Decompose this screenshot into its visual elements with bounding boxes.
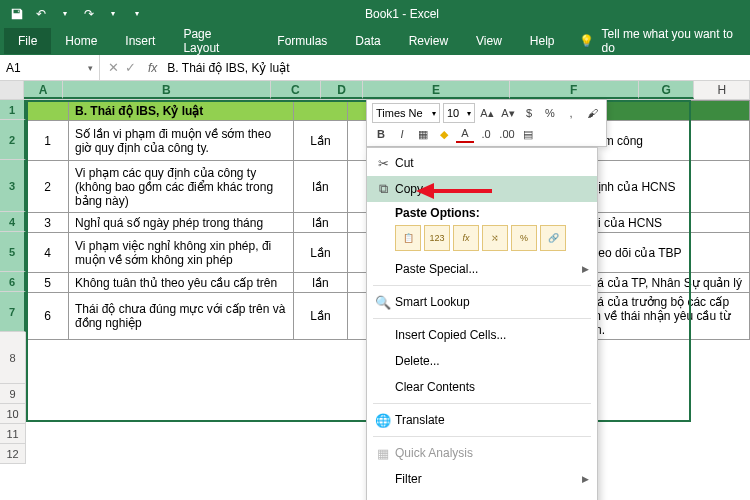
col-header-a[interactable]: A bbox=[24, 81, 63, 99]
cell-unit[interactable]: lần bbox=[294, 213, 348, 233]
increase-decimal-icon[interactable]: .00 bbox=[498, 125, 516, 143]
cell-unit[interactable]: lần bbox=[294, 161, 348, 213]
col-header-e[interactable]: E bbox=[363, 81, 509, 99]
bulb-icon: 💡 bbox=[579, 34, 594, 48]
cell-num[interactable]: 2 bbox=[27, 161, 69, 213]
redo-dropdown-icon[interactable]: ▾ bbox=[104, 5, 122, 23]
tab-home[interactable]: Home bbox=[51, 28, 111, 54]
cell-desc[interactable]: Vi phạm việc nghỉ không xin phép, đi muộ… bbox=[69, 233, 294, 273]
search-icon: 🔍 bbox=[371, 295, 395, 310]
select-all-corner[interactable] bbox=[0, 81, 24, 99]
row-header-4[interactable]: 4 bbox=[0, 212, 26, 232]
menu-translate[interactable]: 🌐 Translate bbox=[367, 407, 597, 433]
formula-input[interactable]: B. Thái độ IBS, Kỷ luật bbox=[161, 61, 750, 75]
tab-page-layout[interactable]: Page Layout bbox=[169, 21, 263, 61]
font-color-icon[interactable]: A bbox=[456, 125, 474, 143]
cell-num[interactable]: 5 bbox=[27, 273, 69, 293]
merge-icon[interactable]: ▤ bbox=[519, 125, 537, 143]
menu-cut[interactable]: ✂ Cut bbox=[367, 150, 597, 176]
percent-icon[interactable]: % bbox=[541, 104, 559, 122]
undo-dropdown-icon[interactable]: ▾ bbox=[56, 5, 74, 23]
menu-sort[interactable]: Sort ▶ bbox=[367, 492, 597, 500]
cell-desc[interactable]: Không tuân thủ theo yêu cầu cấp trên bbox=[69, 273, 294, 293]
mini-toolbar: Times Ne▾ 10▾ A▴ A▾ $ % , 🖌 B I ▦ ◆ A .0… bbox=[366, 99, 607, 147]
redo-icon[interactable]: ↷ bbox=[80, 5, 98, 23]
fx-label[interactable]: fx bbox=[144, 61, 161, 75]
col-header-h[interactable]: H bbox=[694, 81, 750, 99]
name-box[interactable]: A1 ▾ bbox=[0, 55, 100, 80]
paste-link-icon[interactable]: 🔗 bbox=[540, 225, 566, 251]
menu-filter[interactable]: Filter ▶ bbox=[367, 466, 597, 492]
comma-icon[interactable]: , bbox=[562, 104, 580, 122]
row-header-2[interactable]: 2 bbox=[0, 120, 26, 160]
row-header-8[interactable]: 8 bbox=[0, 332, 26, 384]
menu-delete[interactable]: Delete... bbox=[367, 348, 597, 374]
context-menu: ✂ Cut ⧉ Copy Paste Options: 📋 123 fx ⤭ %… bbox=[366, 147, 598, 500]
paste-formatting-icon[interactable]: % bbox=[511, 225, 537, 251]
cell-num[interactable]: 4 bbox=[27, 233, 69, 273]
tab-file[interactable]: File bbox=[4, 28, 51, 54]
row-header-6[interactable]: 6 bbox=[0, 272, 26, 292]
row-header-3[interactable]: 3 bbox=[0, 160, 26, 212]
col-header-f[interactable]: F bbox=[510, 81, 639, 99]
save-icon[interactable] bbox=[8, 5, 26, 23]
col-header-c[interactable]: C bbox=[271, 81, 321, 99]
fill-color-icon[interactable]: ◆ bbox=[435, 125, 453, 143]
enter-icon[interactable]: ✓ bbox=[125, 60, 136, 75]
menu-copy[interactable]: ⧉ Copy bbox=[367, 176, 597, 202]
paste-transpose-icon[interactable]: ⤭ bbox=[482, 225, 508, 251]
format-painter-icon[interactable]: 🖌 bbox=[583, 104, 601, 122]
decrease-font-icon[interactable]: A▾ bbox=[499, 104, 517, 122]
tab-review[interactable]: Review bbox=[395, 28, 462, 54]
cell-unit[interactable]: lần bbox=[294, 273, 348, 293]
font-picker[interactable]: Times Ne▾ bbox=[372, 103, 440, 123]
row-header-12[interactable]: 12 bbox=[0, 444, 26, 464]
cell-desc[interactable]: Thái độ chưa đúng mực với cấp trên và đồ… bbox=[69, 293, 294, 340]
col-header-g[interactable]: G bbox=[639, 81, 695, 99]
paste-formulas-icon[interactable]: fx bbox=[453, 225, 479, 251]
cell-num[interactable]: 3 bbox=[27, 213, 69, 233]
menu-paste-special[interactable]: Paste Special... ▶ bbox=[367, 256, 597, 282]
row-header-7[interactable]: 7 bbox=[0, 292, 26, 332]
border-icon[interactable]: ▦ bbox=[414, 125, 432, 143]
paste-values-icon[interactable]: 123 bbox=[424, 225, 450, 251]
row-header-9[interactable]: 9 bbox=[0, 384, 26, 404]
increase-font-icon[interactable]: A▴ bbox=[478, 104, 496, 122]
decrease-decimal-icon[interactable]: .0 bbox=[477, 125, 495, 143]
undo-icon[interactable]: ↶ bbox=[32, 5, 50, 23]
col-header-b[interactable]: B bbox=[63, 81, 271, 99]
italic-icon[interactable]: I bbox=[393, 125, 411, 143]
name-box-dropdown-icon[interactable]: ▾ bbox=[88, 63, 93, 73]
cell-unit[interactable]: Lần bbox=[294, 233, 348, 273]
currency-icon[interactable]: $ bbox=[520, 104, 538, 122]
cancel-icon[interactable]: ✕ bbox=[108, 60, 119, 75]
col-header-d[interactable]: D bbox=[321, 81, 364, 99]
tab-help[interactable]: Help bbox=[516, 28, 569, 54]
tab-insert[interactable]: Insert bbox=[111, 28, 169, 54]
cell-unit[interactable]: Lần bbox=[294, 293, 348, 340]
menu-insert-cells[interactable]: Insert Copied Cells... bbox=[367, 322, 597, 348]
cell-desc[interactable]: Vi phạm các quy định của công ty (không … bbox=[69, 161, 294, 213]
table-title: B. Thái độ IBS, Kỷ luật bbox=[69, 101, 294, 121]
paste-icon[interactable]: 📋 bbox=[395, 225, 421, 251]
qa-customize-icon[interactable]: ▾ bbox=[128, 5, 146, 23]
menu-smart-lookup[interactable]: 🔍 Smart Lookup bbox=[367, 289, 597, 315]
row-header-5[interactable]: 5 bbox=[0, 232, 26, 272]
cell-num[interactable]: 6 bbox=[27, 293, 69, 340]
tab-formulas[interactable]: Formulas bbox=[263, 28, 341, 54]
cell-desc[interactable]: Nghỉ quá số ngày phép trong tháng bbox=[69, 213, 294, 233]
column-headers: ABCDEFGH bbox=[0, 81, 750, 100]
bold-icon[interactable]: B bbox=[372, 125, 390, 143]
tab-data[interactable]: Data bbox=[341, 28, 394, 54]
cell-desc[interactable]: Số lần vi phạm đi muộn về sớm theo giờ q… bbox=[69, 121, 294, 161]
font-size-picker[interactable]: 10▾ bbox=[443, 103, 475, 123]
row-header-10[interactable]: 10 bbox=[0, 404, 26, 424]
tab-view[interactable]: View bbox=[462, 28, 516, 54]
cell-unit[interactable]: Lần bbox=[294, 121, 348, 161]
cell-num[interactable]: 1 bbox=[27, 121, 69, 161]
window-title: Book1 - Excel bbox=[154, 7, 750, 21]
row-header-1[interactable]: 1 bbox=[0, 100, 26, 120]
row-header-11[interactable]: 11 bbox=[0, 424, 26, 444]
tell-me[interactable]: 💡 Tell me what you want to do bbox=[579, 27, 746, 55]
menu-clear-contents[interactable]: Clear Contents bbox=[367, 374, 597, 400]
